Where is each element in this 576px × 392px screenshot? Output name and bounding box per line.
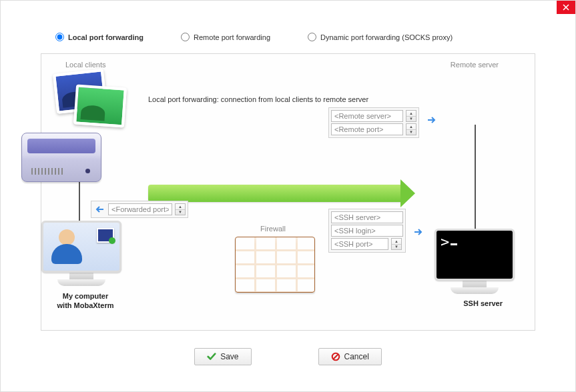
ssh-login-input[interactable]: [331, 225, 403, 237]
forwarding-mode-radios: Local port forwarding Remote port forwar…: [55, 33, 535, 41]
radio-remote[interactable]: Remote port forwarding: [181, 33, 270, 41]
firewall-label: Firewall: [260, 225, 286, 233]
diagram: Local clients Remote server Local port f…: [41, 53, 535, 331]
radio-dynamic-label: Dynamic port forwarding (SOCKS proxy): [320, 33, 453, 41]
local-clients-label: Local clients: [65, 61, 106, 69]
ssh-port-input[interactable]: [331, 238, 388, 250]
save-button[interactable]: Save: [194, 348, 251, 365]
arrow-caption: Local port forwarding: connection from l…: [148, 95, 415, 103]
ssh-server-input[interactable]: [331, 211, 403, 223]
ssh-fields: ▲▼: [328, 209, 406, 253]
radio-local-input[interactable]: [55, 33, 64, 41]
radio-local[interactable]: Local port forwarding: [55, 33, 143, 41]
ssh-port-spin[interactable]: ▲▼: [391, 238, 402, 250]
my-computer-label: My computerwith MobaXterm: [45, 291, 125, 311]
cancel-button-label: Cancel: [344, 352, 369, 361]
arrow-right-icon: [426, 114, 438, 126]
dialog-buttons: Save Cancel: [41, 348, 535, 365]
remote-server-icon: [21, 133, 101, 182]
flow-arrow-icon: [148, 185, 402, 202]
remote-port-spin[interactable]: ▲▼: [406, 123, 416, 135]
remote-fields: ▲▼ ▲▼: [328, 107, 419, 138]
firewall-icon: [235, 237, 315, 293]
radio-dynamic-input[interactable]: [308, 33, 316, 41]
line-remoteserver-to-sshserver: [475, 125, 476, 229]
cancel-button[interactable]: Cancel: [318, 348, 382, 365]
radio-dynamic[interactable]: Dynamic port forwarding (SOCKS proxy): [308, 33, 453, 41]
radio-local-label: Local port forwarding: [68, 33, 143, 41]
radio-remote-input[interactable]: [181, 33, 190, 41]
arrow-left-icon: [93, 203, 105, 215]
radio-remote-label: Remote port forwarding: [194, 33, 270, 41]
check-icon: [207, 352, 216, 361]
forwarded-port-spin[interactable]: ▲▼: [175, 203, 186, 215]
remote-port-input[interactable]: [331, 123, 403, 135]
close-button[interactable]: [557, 1, 575, 14]
remote-server-label: Remote server: [451, 61, 499, 69]
cancel-icon: [331, 352, 340, 361]
remote-server-spin[interactable]: ▲▼: [406, 110, 416, 122]
ssh-server-icon: >: [435, 229, 515, 294]
ssh-server-label: SSH server: [463, 299, 503, 307]
arrow-right-icon-2: [412, 226, 424, 238]
save-button-label: Save: [220, 352, 238, 361]
my-computer-icon: [41, 221, 121, 286]
local-clients-icon: [55, 71, 135, 131]
forwarded-port-field: ▲▼: [91, 201, 188, 218]
close-icon: [563, 4, 569, 11]
svg-line-1: [333, 355, 338, 359]
remote-server-input[interactable]: [331, 110, 403, 122]
forwarded-port-input[interactable]: [108, 203, 172, 215]
